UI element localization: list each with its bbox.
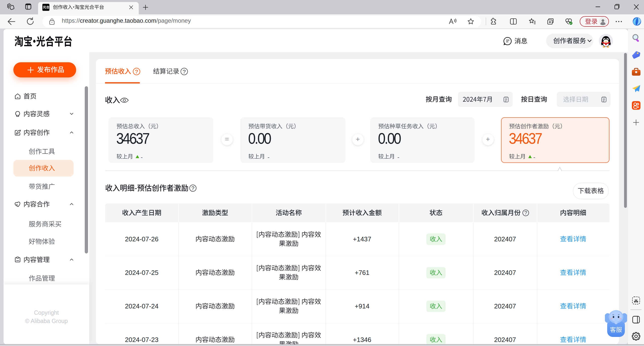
svg-text:?: ? [191, 185, 194, 191]
svg-text:?: ? [183, 68, 186, 75]
svg-text:?: ? [135, 68, 138, 75]
svg-text:?: ? [524, 210, 527, 216]
